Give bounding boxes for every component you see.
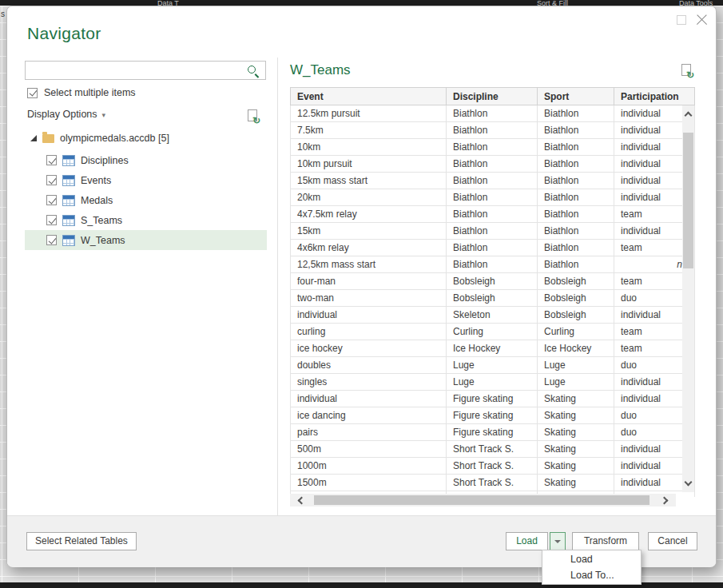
chevron-down-icon [554, 540, 561, 546]
load-button[interactable]: Load [506, 532, 548, 550]
table-cell: doubles [291, 357, 447, 374]
table-cell: Biathlon [538, 105, 614, 122]
table-cell: Biathlon [538, 206, 614, 223]
tree-item-label: Medals [81, 195, 113, 206]
search-input[interactable] [26, 62, 265, 79]
table-checkbox[interactable] [46, 155, 57, 165]
scroll-up-icon[interactable] [685, 112, 693, 120]
ribbon-group-label: Data T [157, 0, 179, 6]
table-cell: 20km [291, 189, 447, 206]
table-cell: Biathlon [447, 139, 538, 156]
table-cell: 500m [291, 441, 447, 458]
table-cell: Luge [447, 357, 538, 374]
tree-item-medals[interactable]: Medals [25, 190, 267, 210]
table-cell: Short Track S. [447, 458, 538, 475]
table-row: pairsFigure skatingSkatingduo [291, 424, 695, 441]
table-cell: Biathlon [538, 122, 614, 139]
table-cell: Biathlon [538, 139, 614, 156]
tree-item-s_teams[interactable]: S_Teams [25, 210, 267, 230]
transform-data-button[interactable]: Transform Data [572, 532, 639, 550]
menu-item-load[interactable]: Load [542, 551, 641, 567]
table-row: ice dancingFigure skatingSkatingduo [291, 407, 695, 424]
table-cell: 12.5km pursuit [291, 105, 447, 122]
table-cell: Ice Hockey [447, 340, 538, 357]
tree-expander-icon[interactable] [30, 135, 37, 141]
table-cell: individual [291, 391, 447, 407]
tree-item-label: Events [81, 175, 111, 186]
table-cell: Skating [538, 475, 614, 491]
select-multiple-checkbox[interactable] [27, 88, 38, 98]
table-cell: Curling [538, 324, 614, 340]
tree-item-label: S_Teams [81, 215, 122, 226]
select-multiple-row: Select multiple items [27, 87, 136, 98]
table-checkbox[interactable] [46, 235, 57, 245]
table-cell: curling [291, 324, 447, 340]
table-row: 1000mShort Track S.Skatingindividual [291, 458, 695, 475]
table-cell: Skating [538, 441, 614, 458]
load-dropdown-button[interactable] [550, 532, 566, 550]
table-row: individualSkeletonBobsleighindividual [291, 307, 695, 324]
table-cell: Skating [538, 391, 614, 407]
search-icon[interactable] [247, 65, 260, 77]
tree-item-disciplines[interactable]: Disciplines [25, 150, 267, 170]
table-checkbox[interactable] [46, 175, 57, 185]
select-multiple-label[interactable]: Select multiple items [44, 87, 136, 98]
menu-item-load-to[interactable]: Load To... [542, 567, 641, 583]
horizontal-scrollbar[interactable] [290, 494, 676, 507]
table-row: 500mShort Track S.Skatingindividual [291, 441, 695, 458]
table-cell: Biathlon [447, 173, 538, 189]
preview-title: W_Teams [290, 62, 351, 78]
table-cell: Bobsleigh [538, 307, 614, 324]
table-cell: Luge [447, 374, 538, 391]
display-options-dropdown[interactable]: Display Options ▾ [27, 109, 105, 120]
vertical-scrollbar-thumb[interactable] [683, 133, 693, 268]
close-icon[interactable] [696, 14, 708, 26]
table-cell: Bobsleigh [538, 273, 614, 290]
refresh-preview-icon[interactable] [681, 64, 691, 76]
table-cell: Skating [538, 458, 614, 475]
scroll-down-icon[interactable] [685, 479, 693, 487]
table-cell: two-man [291, 290, 447, 307]
folder-icon [42, 134, 54, 143]
scroll-left-icon[interactable] [298, 496, 306, 504]
table-icon [62, 195, 75, 206]
database-name: olympicmedals.accdb [5] [60, 133, 169, 144]
select-related-tables-button[interactable]: Select Related Tables [26, 532, 137, 550]
scroll-right-icon[interactable] [661, 496, 669, 504]
table-cell: individual [291, 307, 447, 324]
table-checkbox[interactable] [46, 215, 57, 225]
table-cell: Skeleton [447, 307, 538, 324]
table-cell: Figure skating [447, 407, 538, 424]
table-cell: 15km [291, 223, 447, 240]
table-cell: Luge [538, 374, 614, 391]
horizontal-scrollbar-thumb[interactable] [314, 495, 650, 505]
maximize-button[interactable] [677, 15, 686, 25]
table-checkbox[interactable] [46, 195, 57, 205]
table-cell: Biathlon [538, 256, 614, 273]
table-cell: Biathlon [538, 223, 614, 240]
pane-divider [277, 58, 278, 515]
tree-root-database[interactable]: olympicmedals.accdb [5] [30, 133, 169, 144]
column-header: Event [291, 88, 447, 105]
table-tree: DisciplinesEventsMedalsS_TeamsW_Teams [25, 150, 267, 250]
vertical-scrollbar[interactable] [682, 105, 694, 492]
ribbon-group-label: Data Tools [679, 0, 713, 6]
table-row: four-manBobsleighBobsleighteam [291, 273, 695, 290]
table-cell: Bobsleigh [447, 273, 538, 290]
chevron-down-icon: ▾ [102, 109, 106, 119]
table-cell: Figure skating [447, 424, 538, 441]
table-cell: Luge [538, 357, 614, 374]
tree-item-w_teams[interactable]: W_Teams [25, 230, 267, 250]
tree-item-events[interactable]: Events [25, 170, 267, 190]
refresh-icon[interactable] [248, 109, 257, 121]
table-row: 12,5km mass startBiathlonBiathlonnull [291, 256, 695, 273]
table-row: 7.5kmBiathlonBiathlonindividual [291, 122, 695, 139]
table-cell: Short Track S. [447, 441, 538, 458]
table-cell: Bobsleigh [447, 290, 538, 307]
cancel-button[interactable]: Cancel [648, 532, 697, 550]
table-cell: singles [291, 374, 447, 391]
excel-ribbon-strip: Data TSort & FillData Tools [0, 0, 723, 6]
load-dropdown-menu: LoadLoad To... [542, 550, 642, 585]
table-cell: 4x6km relay [291, 240, 447, 256]
table-cell: four-man [291, 273, 447, 290]
